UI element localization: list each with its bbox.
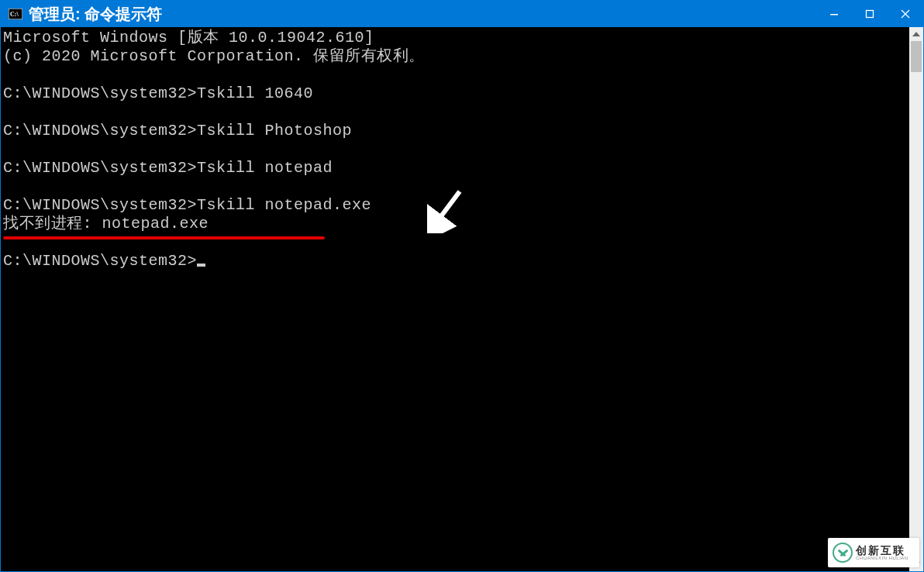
terminal-line: Microsoft Windows [版本 10.0.19042.610] [3,29,909,47]
close-button[interactable] [888,1,923,27]
terminal-line: C:\WINDOWS\system32>Tskill notepad.exe [3,196,909,215]
cmd-window: C:\ 管理员: 命令提示符 Microsoft Windows [版本 10.… [0,0,924,572]
red-underline-annotation [3,236,325,239]
window-controls [816,1,923,27]
watermark-text-en: CHUANGXIN HULIAN [856,556,908,560]
scroll-thumb[interactable] [911,41,922,72]
vertical-scrollbar[interactable] [909,27,923,571]
terminal-line: C:\WINDOWS\system32> [3,252,909,270]
terminal-line: C:\WINDOWS\system32>Tskill 10640 [3,84,909,103]
svg-rect-2 [830,14,838,16]
terminal-line: C:\WINDOWS\system32>Tskill notepad [3,159,909,177]
text-cursor [197,264,205,267]
cmd-icon: C:\ [9,9,22,19]
terminal-line [3,140,909,159]
svg-text:C:\: C:\ [10,11,19,18]
watermark-logo: 创新互联 CHUANGXIN HULIAN [828,538,919,567]
svg-rect-3 [867,11,874,18]
scroll-up-button[interactable] [909,27,923,41]
window-title: 管理员: 命令提示符 [29,4,162,25]
svg-marker-8 [912,32,920,36]
terminal-line: (c) 2020 Microsoft Corporation. 保留所有权利。 [3,47,909,66]
terminal-line [3,103,909,122]
titlebar[interactable]: C:\ 管理员: 命令提示符 [1,1,923,27]
watermark-icon [833,543,853,563]
terminal-output[interactable]: Microsoft Windows [版本 10.0.19042.610](c)… [1,27,909,571]
terminal-area: Microsoft Windows [版本 10.0.19042.610](c)… [1,27,923,571]
maximize-button[interactable] [852,1,888,27]
terminal-line: 找不到进程: notepad.exe [3,215,909,233]
minimize-button[interactable] [816,1,852,27]
terminal-line: C:\WINDOWS\system32>Tskill Photoshop [3,122,909,140]
terminal-line [3,66,909,84]
watermark-text-cn: 创新互联 [856,545,908,556]
terminal-line [3,177,909,196]
